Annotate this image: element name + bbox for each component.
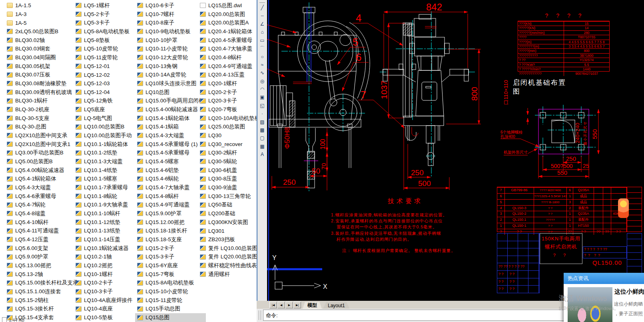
tab-model[interactable]: 模型 xyxy=(303,302,322,309)
file-item[interactable]: LQ15总图.dwl xyxy=(198,1,263,10)
file-item[interactable]: LQ20.4-13压盖 xyxy=(198,70,263,79)
make-block-icon[interactable]: ◱ xyxy=(258,102,267,110)
tab-nav-button[interactable]: ◀ xyxy=(277,302,285,308)
ellipse-arc-icon[interactable]: ◠ xyxy=(258,85,267,93)
file-item[interactable]: LQ10.1-5螺塞 xyxy=(74,174,135,183)
file-item[interactable]: LQ15-10小皮带轮 xyxy=(135,287,206,296)
file-item[interactable]: LQ2X10总图中间支承1 xyxy=(5,140,80,149)
file-item[interactable]: LQ20.4-8蜗杆 xyxy=(198,53,263,62)
file-item[interactable]: LQ10球头连接示意图 xyxy=(135,79,206,88)
file-item[interactable]: LQ5.13.00摇把 xyxy=(5,261,80,270)
file-item[interactable]: LQ10.1-7承重螺母 xyxy=(74,183,135,192)
file-item[interactable]: LQ15手动总图 xyxy=(135,305,206,314)
file-item[interactable]: ZB203挡板 xyxy=(198,235,263,244)
file-item[interactable]: LQ30_recover xyxy=(198,140,263,149)
file-item[interactable]: LQ5.13-2轴 xyxy=(5,270,80,279)
file-item[interactable]: BLQ-30-总图 xyxy=(5,122,80,131)
file-item[interactable]: BLQ-30-2机座 xyxy=(5,105,80,114)
file-item[interactable]: 1A-3 xyxy=(5,10,80,19)
file-item[interactable]: LQ200基础 xyxy=(198,209,263,218)
file-item[interactable]: LQ15.4-3大端盖 xyxy=(135,131,206,140)
file-item[interactable]: BLQ30.03铜套 xyxy=(5,44,80,53)
region-icon[interactable]: ▢ xyxy=(258,134,267,142)
file-item[interactable]: LQ15-11皮带轮 xyxy=(135,296,206,305)
file-item[interactable]: LQ15-3卡子 xyxy=(135,252,206,261)
file-item[interactable]: LQ15-7弯板 xyxy=(135,270,206,279)
file-item[interactable]: LQ5-3卡子 xyxy=(74,18,135,27)
file-item[interactable]: LQ10.1-13纸垫 xyxy=(74,226,135,235)
file-item[interactable]: 2xLQ5.00总装图B xyxy=(5,27,80,36)
file-item[interactable]: LQ10总图 xyxy=(135,88,206,97)
file-item[interactable]: LQ10-7螺杆 xyxy=(135,10,206,19)
ellipse-icon[interactable]: ◎ xyxy=(258,77,267,85)
news-title[interactable]: 这位小鲜肉 xyxy=(614,288,644,296)
file-item[interactable]: LQ5底座 xyxy=(74,105,135,114)
file-item[interactable]: LQ20.4-5承重螺母 xyxy=(198,36,263,45)
file-item[interactable]: LQ10-13角钢 xyxy=(135,62,206,71)
file-item[interactable]: LQ20.4-9可通端盖 xyxy=(198,62,263,71)
file-item[interactable]: BLQ-30-5支座 xyxy=(5,114,80,123)
polygon-icon[interactable]: ⌂ xyxy=(258,28,267,36)
file-item[interactable]: LQ10-1螺杆 xyxy=(74,270,135,279)
file-item[interactable]: LQ5-10皮带轮 xyxy=(74,44,135,53)
file-item[interactable]: 复件 LQ20.00总装图 xyxy=(198,252,263,261)
file-item[interactable]: LQ20.4-1蜗轮箱体 xyxy=(198,27,263,36)
file-item[interactable]: BLQ30.08耐油橡胶垫 xyxy=(5,79,80,88)
file-item[interactable]: LQ10-8座子 xyxy=(135,18,206,27)
file-item[interactable]: LQ15.18-5支座 xyxy=(135,235,206,244)
file-item[interactable]: LQ15-6Y底座 xyxy=(135,261,206,270)
file-item[interactable]: LQ10-4底座 xyxy=(74,305,135,314)
file-item[interactable]: LQ50基础 xyxy=(198,200,263,209)
file-item[interactable]: LQ5-12-02 xyxy=(74,70,135,79)
tab-nav-button[interactable]: ▶ xyxy=(285,302,293,308)
file-item[interactable]: LQ30 xyxy=(198,131,263,140)
file-item[interactable]: LQ15.4-5承重螺母 xyxy=(135,148,206,157)
arc-icon[interactable]: ⌒ xyxy=(258,44,267,52)
tab-nav-button[interactable]: ▶| xyxy=(293,302,301,308)
file-item[interactable]: LQ15.4-7大轴承盖 xyxy=(135,183,206,192)
file-item[interactable]: LQ5-1螺杆 xyxy=(74,1,135,10)
file-item[interactable]: LQ20.00总装图 xyxy=(198,10,263,19)
file-item[interactable]: LQ15.00手电两用启闭机 xyxy=(135,96,206,105)
file-item[interactable]: LQ15.4-6蜗轮 xyxy=(135,174,206,183)
file-item[interactable]: LQ15.4-8蜗杆 xyxy=(135,192,206,201)
circle-icon[interactable]: ○ xyxy=(258,52,267,60)
file-item[interactable]: LQ5.6.00支架 xyxy=(5,244,80,253)
file-item[interactable]: LQ5.00总装图B xyxy=(5,157,80,166)
file-item[interactable]: LQ5-11皮带轮 xyxy=(74,53,135,62)
file-item[interactable]: LQ15.4-00蜗轮减速器 xyxy=(135,105,206,114)
file-item[interactable]: LQ5.4-12压盖 xyxy=(5,235,80,244)
file-item[interactable]: LQ30-5蜗轮 xyxy=(198,157,263,166)
file-item[interactable]: BLQ30.07压板 xyxy=(5,70,80,79)
file-item[interactable]: BLQ30.09透明有机玻璃 xyxy=(5,88,80,97)
file-item[interactable]: LQ5.4-3大端盖 xyxy=(5,183,80,192)
file-item[interactable]: LQ5-2卡子 xyxy=(74,10,135,19)
file-item[interactable]: 1A-5 xyxy=(5,18,80,27)
file-item[interactable]: LQ10.1-3大端盖 xyxy=(74,157,135,166)
file-item[interactable]: LQ25.00总装图 xyxy=(198,122,263,131)
file-item[interactable]: LQ10.1-12纸垫 xyxy=(74,218,135,227)
spline-icon[interactable]: ∿ xyxy=(258,69,267,77)
file-item[interactable]: LQ10-6卡子 xyxy=(135,1,206,10)
file-item[interactable]: LQ20-3卡子 xyxy=(198,96,263,105)
rectangle-icon[interactable]: ▭ xyxy=(258,36,267,44)
file-item[interactable]: LQ20.4-7大轴承盖 xyxy=(198,44,263,53)
file-item[interactable]: LQ5.4-6承重螺母 xyxy=(5,192,80,201)
file-item[interactable]: LQ5.15-3接长杆 xyxy=(5,305,80,314)
file-item[interactable]: LQ5-8垫板 xyxy=(74,36,135,45)
file-item[interactable]: BLQ30-1蜗杆 xyxy=(5,96,80,105)
file-item[interactable]: LQ10-11小皮带轮 xyxy=(135,44,206,53)
line-icon[interactable]: ╱ xyxy=(258,4,267,12)
file-item[interactable]: LQ10.1-14压盖 xyxy=(74,235,135,244)
file-item[interactable]: LQ20-1螺杆 xyxy=(198,79,263,88)
file-item[interactable]: LQ15.9.00护罩 xyxy=(135,209,206,218)
file-item[interactable]: LQ30-13三角带轮 xyxy=(198,192,263,201)
file-item[interactable]: BLQ30.05机架 xyxy=(5,62,80,71)
file-item[interactable]: BLQ30.02轴 xyxy=(5,36,80,45)
file-item[interactable]: LQ10.00总装图手动 xyxy=(74,131,135,140)
file-item[interactable]: LQ-5电气图 xyxy=(74,114,135,123)
file-item[interactable]: LQ5-12-03 xyxy=(74,79,135,88)
file-item[interactable]: LQ10.1蜗轮减速器 xyxy=(74,244,135,253)
file-item[interactable]: LQ15.4-1蜗轮箱体 xyxy=(135,114,206,123)
file-item[interactable]: LQ20-7弯板 xyxy=(198,105,263,114)
